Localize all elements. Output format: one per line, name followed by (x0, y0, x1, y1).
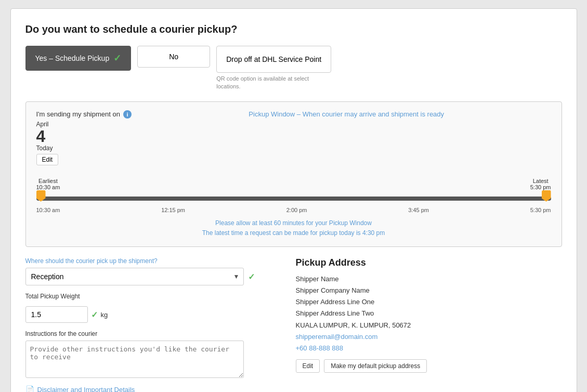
timeline-section: I'm sending my shipment on i April 4 Tod… (25, 101, 562, 247)
sending-info: I'm sending my shipment on i April 4 Tod… (36, 110, 132, 165)
disclaimer-link[interactable]: 📄 Disclaimer and Important Details (25, 385, 275, 392)
form-right: Pickup Address Shipper Name Shipper Comp… (296, 257, 562, 392)
tick-5: 5:30 pm (530, 207, 551, 213)
timeline-track (36, 197, 551, 201)
timeline-tick-labels: 10:30 am 12:15 pm 2:00 pm 3:45 pm 5:30 p… (36, 207, 551, 213)
weight-check-icon: ✓ (91, 310, 98, 320)
check-icon: ✓ (113, 53, 121, 64)
address-city: KUALA LUMPUR, K. LUMPUR, 50672 (296, 320, 562, 331)
weight-section: Total Pickup Weight ✓ kg (25, 293, 275, 323)
timeline-pin-right (542, 190, 551, 202)
tick-4: 3:45 pm (408, 207, 429, 213)
pin-left-shape (36, 190, 46, 202)
no-button[interactable]: No (137, 46, 210, 68)
date-block: April 4 Today (36, 121, 132, 152)
timeline-note2: The latest time a request can be made fo… (36, 228, 551, 238)
date-day: 4 (36, 128, 132, 145)
date-month: April (36, 121, 132, 128)
info-icon[interactable]: i (123, 110, 132, 119)
tick-1: 10:30 am (36, 207, 60, 213)
sending-label: I'm sending my shipment on i (36, 110, 132, 119)
form-address-row: Where should the courier pick up the shi… (25, 257, 562, 392)
date-today: Today (36, 145, 132, 152)
pickup-location-wrapper: Reception Front Desk Loading Dock Main E… (25, 268, 275, 285)
dhl-label: Drop off at DHL Service Point (226, 55, 321, 63)
dhl-option: Drop off at DHL Service Point QR code op… (216, 46, 331, 91)
main-question: Do you want to schedule a courier pickup… (25, 23, 562, 35)
main-card: Do you want to schedule a courier pickup… (10, 8, 577, 392)
weight-label: Total Pickup Weight (25, 293, 275, 300)
pin-right-shape (542, 190, 551, 202)
dhl-button[interactable]: Drop off at DHL Service Point (216, 46, 331, 73)
pickup-location-select[interactable]: Reception Front Desk Loading Dock Main E… (25, 268, 244, 285)
weight-row: ✓ kg (25, 306, 275, 323)
yes-schedule-button[interactable]: Yes – Schedule Pickup ✓ (25, 46, 132, 71)
timeline-header: I'm sending my shipment on i April 4 Tod… (36, 110, 551, 165)
timeline-bar-row (36, 192, 551, 205)
weight-unit: kg (101, 311, 108, 319)
address-line1: Shipper Address Line One (296, 296, 562, 308)
pickup-location-label: Where should the courier pick up the shi… (25, 257, 275, 265)
timeline-notes: Please allow at least 60 minutes for you… (36, 218, 551, 238)
earliest-label: Earliest (38, 178, 58, 184)
address-company: Shipper Company Name (296, 285, 562, 296)
select-check-icon: ✓ (248, 272, 255, 282)
select-container: Reception Front Desk Loading Dock Main E… (25, 268, 244, 285)
date-edit-button[interactable]: Edit (36, 154, 59, 165)
address-shipper-name: Shipper Name (296, 273, 562, 285)
address-phone: +60 88-888 888 (296, 343, 562, 354)
timeline-full: Earliest 10:30 am Latest 5:30 pm (36, 178, 551, 238)
latest-label: Latest (533, 178, 549, 184)
earliest-time: 10:30 am (36, 184, 60, 190)
address-default-button[interactable]: Make my default pickup address (324, 359, 427, 373)
address-email: shipperemail@domain.com (296, 331, 562, 343)
address-actions: Edit Make my default pickup address (296, 359, 562, 373)
disclaimer-label: Disclaimer and Important Details (37, 386, 135, 392)
address-edit-button[interactable]: Edit (296, 359, 320, 373)
qr-note: QR code option is available at select lo… (216, 75, 310, 91)
pickup-window-label: Pickup Window – When courier may arrive … (142, 110, 551, 118)
timeline-note1: Please allow at least 60 minutes for you… (36, 218, 551, 228)
address-line2: Shipper Address Line Two (296, 308, 562, 319)
pickup-options: Yes – Schedule Pickup ✓ No Drop off at D… (25, 46, 562, 91)
yes-label: Yes – Schedule Pickup (35, 54, 110, 62)
timeline-pin-left (36, 190, 46, 202)
instructions-textarea[interactable] (25, 341, 244, 378)
pickup-address-title: Pickup Address (296, 257, 562, 268)
disclaimer-icon: 📄 (25, 385, 34, 392)
latest-time: 5:30 pm (530, 184, 551, 190)
weight-input[interactable] (25, 306, 88, 323)
tick-3: 2:00 pm (286, 207, 307, 213)
tick-2: 12:15 pm (161, 207, 185, 213)
instructions-label: Instructions for the courier (25, 330, 275, 337)
no-label: No (169, 53, 178, 61)
form-left: Where should the courier pick up the shi… (25, 257, 275, 392)
